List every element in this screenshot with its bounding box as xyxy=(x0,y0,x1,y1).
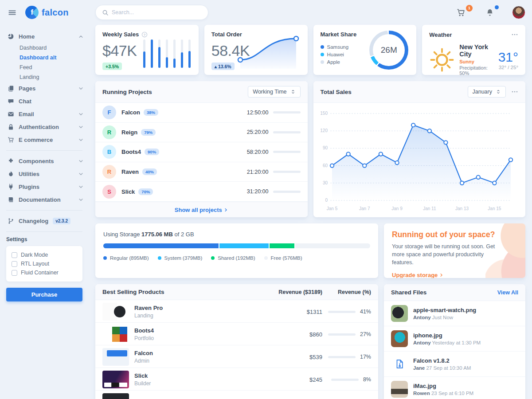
ellipsis-menu-icon[interactable] xyxy=(511,88,518,95)
project-progress-bar xyxy=(273,111,301,113)
project-row[interactable]: BBoots490%58:20:00 xyxy=(95,142,308,162)
x-tick-label: Jan 9 xyxy=(391,206,403,211)
product-thumbnail xyxy=(102,371,129,388)
legend-label: Huawei xyxy=(327,52,344,57)
select-value: Working Time xyxy=(253,89,286,95)
sidebar-item-documentation[interactable]: Documentation xyxy=(6,193,89,206)
project-progress-group: 12:50:00 xyxy=(247,110,301,116)
month-select[interactable]: January xyxy=(468,86,506,98)
product-thumbnail xyxy=(102,348,129,366)
ellipsis-menu-icon[interactable] xyxy=(511,31,518,38)
file-text: iMac.jpgRowen 23 Sep at 6:10 PM xyxy=(413,383,473,396)
checkbox-icon[interactable] xyxy=(12,270,17,276)
bar-fill xyxy=(181,52,183,68)
sidebar-item-changelog[interactable]: Changelog v2.3.2 xyxy=(6,215,89,227)
project-row[interactable]: FFalcon38%12:50:00 xyxy=(95,103,308,123)
envelope-icon xyxy=(7,111,14,117)
lock-icon xyxy=(7,124,14,130)
link-label: Upgrade storage xyxy=(392,272,438,278)
project-progress-group: 25:20:00 xyxy=(247,129,301,135)
x-tick-label: Jan 5 xyxy=(326,206,337,211)
chevron-down-icon xyxy=(77,171,84,177)
project-row[interactable]: SSlick70%31:20:00 xyxy=(95,182,308,202)
checkbox-icon[interactable] xyxy=(12,252,17,258)
divider xyxy=(6,210,82,211)
show-all-projects-link[interactable]: Show all projects xyxy=(175,207,228,213)
table-row[interactable] xyxy=(95,391,378,399)
legend-label: Regular (895MB) xyxy=(110,255,149,261)
product-pct-cell: 41% xyxy=(322,309,371,315)
sidebar-item-landing[interactable]: Landing xyxy=(20,72,89,82)
data-point xyxy=(411,123,415,127)
app-logo[interactable]: f falcon xyxy=(25,6,69,19)
fluid-container-toggle[interactable]: Fluid Container xyxy=(12,268,77,277)
product-revenue: $860 xyxy=(256,331,322,338)
user-avatar[interactable] xyxy=(512,6,525,19)
chevron-down-icon xyxy=(77,85,84,92)
sidebar-item-feed[interactable]: Feed xyxy=(20,63,89,72)
dark-mode-toggle[interactable]: Dark Mode xyxy=(12,250,77,259)
storage-segment xyxy=(270,243,294,248)
legend-dot-icon xyxy=(158,256,161,260)
checkbox-icon[interactable] xyxy=(12,261,17,267)
pages-icon xyxy=(7,85,14,92)
search-input[interactable] xyxy=(112,9,202,16)
menu-toggle-icon[interactable] xyxy=(6,7,18,19)
search-box[interactable] xyxy=(95,5,208,20)
project-progress-bar xyxy=(273,171,301,173)
view-all-link[interactable]: View All xyxy=(497,289,518,296)
cart-button[interactable] xyxy=(457,8,465,17)
sidebar-item-pages[interactable]: Pages xyxy=(6,82,89,95)
sidebar-item-home[interactable]: Home xyxy=(6,30,89,43)
working-time-select[interactable]: Working Time xyxy=(248,86,300,98)
sidebar-item-ecommerce[interactable]: E commerce xyxy=(6,133,89,146)
purchase-button[interactable]: Purchase xyxy=(6,288,82,301)
notifications-bell-button[interactable] xyxy=(486,8,494,16)
project-pct-badge: 90% xyxy=(145,149,159,155)
sidebar-item-email[interactable]: Email xyxy=(6,108,89,121)
code-branch-icon xyxy=(7,218,14,224)
table-row[interactable]: Boots4Portfolio$86027% xyxy=(95,323,378,345)
file-row[interactable]: Falcon v1.8.2Jane 27 Sep at 10:30 AM xyxy=(384,352,525,377)
upgrade-storage-link[interactable]: Upgrade storage xyxy=(392,272,444,278)
weekly-sales-card: Weekly Sales ? $47K +3.5% xyxy=(95,25,199,75)
sidebar-item-label: E commerce xyxy=(19,137,53,143)
card-title: Weekly Sales xyxy=(102,31,139,38)
chevron-up-icon xyxy=(77,33,84,40)
sidebar-item-chat[interactable]: Chat xyxy=(6,95,89,108)
sort-icon xyxy=(290,89,296,94)
home-submenu: Dashboard Dashboard alt Feed Landing xyxy=(6,43,89,82)
project-row[interactable]: RRaven40%21:20:00 xyxy=(95,162,308,182)
x-tick-label: Jan 7 xyxy=(359,206,370,211)
product-pct-label: 41% xyxy=(360,309,371,315)
table-row[interactable]: Raven ProLanding$131141% xyxy=(95,300,378,323)
sidebar-item-plugins[interactable]: Plugins xyxy=(6,180,89,193)
sidebar-item-dashboard-alt[interactable]: Dashboard alt xyxy=(20,53,89,63)
project-time: 21:20:00 xyxy=(247,169,269,175)
product-name: Boots4 xyxy=(134,327,154,334)
help-icon[interactable]: ? xyxy=(141,31,148,38)
sidebar-item-components[interactable]: Components xyxy=(6,155,89,168)
bar-track xyxy=(188,39,191,68)
sidebar-item-utilities[interactable]: Utilities xyxy=(6,168,89,180)
bar-fill xyxy=(173,59,176,68)
card-title: Best Selling Products xyxy=(102,289,256,295)
legend-label: Apple xyxy=(327,59,340,65)
cart-count-badge: 1 xyxy=(466,5,473,12)
file-row[interactable]: iphone.jpgAntony Yesterday at 1:30 PM xyxy=(384,326,525,352)
sidebar-item-dashboard[interactable]: Dashboard xyxy=(20,43,89,53)
rtl-layout-toggle[interactable]: RTL Layout xyxy=(12,259,77,268)
product-category: Admin xyxy=(134,358,153,364)
product-pct-label: 17% xyxy=(360,354,371,360)
chevron-down-icon xyxy=(77,124,84,130)
project-row[interactable]: RReign79%25:20:00 xyxy=(95,123,308,143)
project-progress-group: 21:20:00 xyxy=(247,169,301,175)
sidebar-item-authentication[interactable]: Authentication xyxy=(6,121,89,133)
product-thumbnail xyxy=(102,325,129,343)
revenue-pct-column-header: Revenue (%) xyxy=(322,289,371,295)
table-row[interactable]: SlickBuilder$2458% xyxy=(95,368,378,391)
table-row[interactable]: FalconAdmin$53917% xyxy=(95,345,378,368)
file-row[interactable]: iMac.jpgRowen 23 Sep at 6:10 PM xyxy=(384,377,525,399)
file-row[interactable]: apple-smart-watch.pngAntony Just Now xyxy=(384,301,525,326)
falcon-logo-icon: f xyxy=(25,6,39,19)
